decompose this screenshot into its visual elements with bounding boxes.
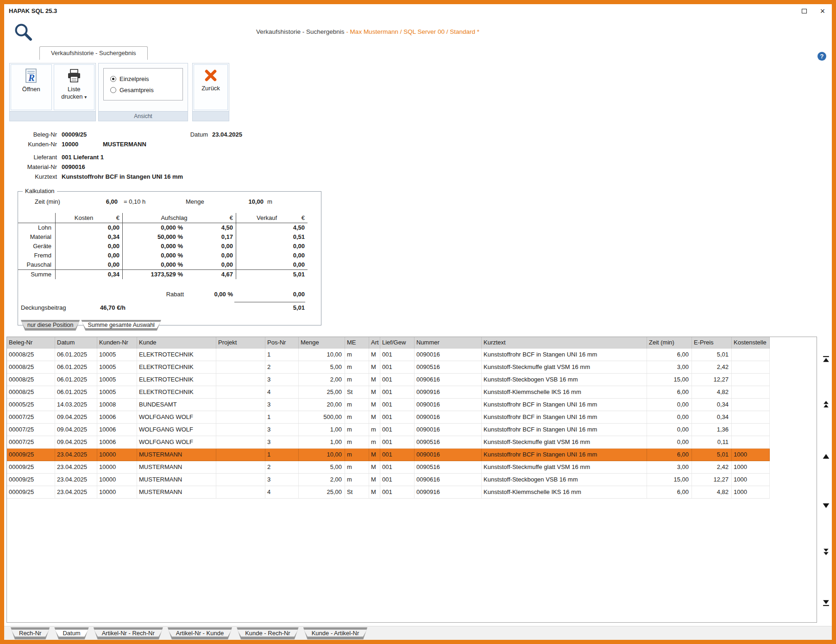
kalk-column-header: Aufschlag€ [122,213,236,223]
cell: 1000 [732,461,770,473]
page-title: Verkaufshistorie - Suchergebnis - Max Mu… [4,28,731,35]
cell [732,386,770,398]
column-header-pos-nr[interactable]: Pos-Nr [265,337,299,349]
kalk-cell: 0,000 % [122,242,186,251]
column-header-datum[interactable]: Datum [55,337,97,349]
kalk-cell: Material [18,232,55,242]
scroll-pagedown-button[interactable] [821,547,830,556]
kalk-cell: 0,00 [236,242,308,251]
result-row[interactable]: 00009/2523.04.202510000MUSTERMANN32,00mM… [7,474,770,486]
radio-einzelpreis[interactable]: Einzelpreis [110,73,182,84]
result-row[interactable]: 00008/2506.01.202510005ELEKTROTECHNIK25,… [7,361,770,374]
column-header-e-preis[interactable]: E-Preis [692,337,732,349]
result-row[interactable]: 00008/2506.01.202510005ELEKTROTECHNIK32,… [7,374,770,386]
sort-tab-rech-nr[interactable]: Rech-Nr [11,627,50,639]
page-title-main: Verkaufshistorie - Suchergebnis [256,28,345,35]
result-row[interactable]: 00008/2506.01.202510005ELEKTROTECHNIK110… [7,349,770,361]
cell [216,449,265,461]
column-header-menge[interactable]: Menge [299,337,345,349]
open-button[interactable]: R Öffnen [11,64,52,110]
cell: 001 [380,486,415,498]
close-button[interactable]: × [813,4,832,18]
tabstrip: Verkaufshistorie - Suchergebnis [4,46,832,60]
column-header-kunde[interactable]: Kunde [137,337,216,349]
result-row[interactable]: 00009/2523.04.202510000MUSTERMANN425,00S… [7,486,770,499]
cell: 14.03.2025 [55,399,97,411]
beleg-nr-value: 00009/25 [62,131,87,138]
cell: m [345,474,369,486]
cell: 00008/25 [7,349,55,361]
sort-tab-datum[interactable]: Datum [54,627,88,639]
cell: ELEKTROTECHNIK [137,361,216,373]
cell: ELEKTROTECHNIK [137,349,216,361]
cell: 09.04.2025 [55,436,97,448]
lieferant-value: 001 Lieferant 1 [62,154,104,161]
cell: MUSTERMANN [137,486,216,498]
column-header-kurztext[interactable]: Kurztext [482,337,647,349]
cell: 15,00 [647,474,692,486]
tab-verkaufshistorie-suchergebnis[interactable]: Verkaufshistorie - Suchergebnis [39,46,148,60]
cell [732,374,770,386]
file-group-buttons: R Öffnen Liste drucken ▾ [10,63,95,111]
scroll-last-button[interactable] [821,598,830,606]
kalk-tab-nur-diese-position[interactable]: nur diese Position [21,320,80,331]
column-header-kunden-nr[interactable]: Kunden-Nr [97,337,137,349]
cell: 1,00 [299,424,345,436]
column-header-kostenstelle[interactable]: Kostenstelle [732,337,770,349]
cell: 001 [380,424,415,436]
sort-tab-artikel-nr-kunde[interactable]: Artikel-Nr - Kunde [168,627,232,639]
column-header-nummer[interactable]: Nummer [415,337,482,349]
scroll-first-button[interactable] [821,355,830,363]
scroll-up-button[interactable] [821,452,830,461]
total-divider [234,302,305,302]
back-button[interactable]: Zurück [194,64,228,110]
scroll-pageup-button[interactable] [821,400,830,408]
result-row[interactable]: 00007/2509.04.202510006WOLFGANG WOLF31,0… [7,436,770,449]
result-row[interactable]: 00009/2523.04.202510000MUSTERMANN110,00m… [7,449,770,461]
kalk-cell: 0,00 [55,223,122,232]
cell [216,461,265,473]
cell: 0090916 [415,486,482,498]
kalk-cell: 4,50 [186,223,236,232]
cell: 3,00 [647,461,692,473]
cell: 0090516 [415,361,482,373]
cell: m [345,424,369,436]
cell [732,411,770,423]
sort-tab-artikel-nr-rech-nr[interactable]: Artikel-Nr - Rech-Nr [94,627,163,639]
column-header-me[interactable]: ME [345,337,369,349]
cell: 3,00 [647,361,692,373]
cell: 10000 [97,461,137,473]
cell: 00007/25 [7,436,55,448]
column-header-beleg-nr[interactable]: Beleg-Nr [7,337,55,349]
cell: 10000 [97,449,137,461]
pageup-arrow-icon [822,400,830,408]
cell: m [345,361,369,373]
ansicht-group: EinzelpreisGesamtpreis Ansicht [98,63,188,121]
column-header-lief-gew[interactable]: Lief/Gew [380,337,415,349]
radio-gesamtpreis[interactable]: Gesamtpreis [110,84,182,95]
cell: Kunststoff-Steckmuffe glatt VSM 16 mm [482,461,647,473]
result-row[interactable]: 00007/2509.04.202510006WOLFGANG WOLF31,0… [7,424,770,436]
cell: 10000 [97,486,137,498]
maximize-button[interactable] [795,4,813,18]
page-title-context: - Max Mustermann / SQL Server 00 / Stand… [346,28,479,35]
print-list-button[interactable]: Liste drucken ▾ [54,64,95,110]
cell: 5,01 [692,349,732,361]
column-header-zeit-min[interactable]: Zeit (min) [647,337,692,349]
result-row[interactable]: 00005/2514.03.202510008BUNDESAMT320,00mM… [7,399,770,411]
result-row[interactable]: 00009/2523.04.202510000MUSTERMANN25,00mM… [7,461,770,474]
cell: St [345,486,369,498]
scroll-down-button[interactable] [821,501,830,509]
cell: 0090616 [415,374,482,386]
column-header-art[interactable]: Art [369,337,380,349]
cell: 1000 [732,474,770,486]
cell: WOLFGANG WOLF [137,424,216,436]
kalk-tab-summe-gesamte-auswahl[interactable]: Summe gesamte Auswahl [81,320,161,331]
cell [216,399,265,411]
sort-tab-kunde-rech-nr[interactable]: Kunde - Rech-Nr [237,627,299,639]
cell: 10005 [97,374,137,386]
result-row[interactable]: 00008/2506.01.202510005ELEKTROTECHNIK425… [7,386,770,399]
sort-tab-kunde-artikel-nr[interactable]: Kunde - Artikel-Nr [303,627,368,639]
result-row[interactable]: 00007/2509.04.202510006WOLFGANG WOLF1500… [7,411,770,424]
column-header-projekt[interactable]: Projekt [216,337,265,349]
